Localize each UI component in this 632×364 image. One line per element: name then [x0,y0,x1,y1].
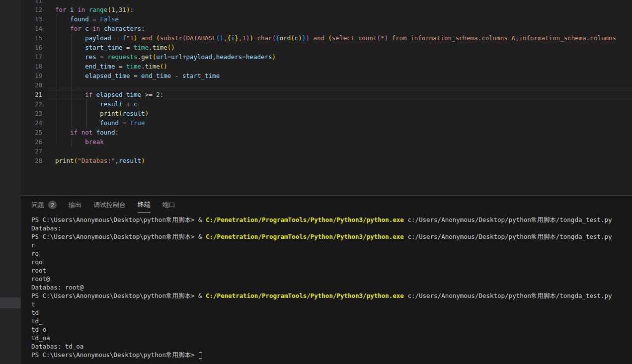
tab-output[interactable]: 输出 [69,200,81,213]
code-line-content: found = False [48,14,632,24]
text-segment: = [89,15,100,23]
text-segment: for [70,25,85,32]
text-segment: result [122,110,145,117]
text-segment: 2 [156,91,160,98]
code-line[interactable]: 16 start_time = time.time() [21,43,632,52]
text-segment: c [134,100,138,108]
text-segment [55,110,100,117]
sidebar-selected-row[interactable] [0,297,21,308]
text-segment: () [167,44,175,51]
text-segment: ( [291,34,295,42]
text-segment: and [310,34,328,42]
text-segment: . [149,44,153,51]
code-line-content: elapsed_time = end_time - start_time [48,71,632,80]
text-segment: headers [246,53,272,61]
code-line[interactable]: 24 found = True [21,118,632,128]
line-number: 12 [21,5,42,14]
code-line[interactable]: 21 if elapsed_time >= 2: [21,90,632,99]
terminal-line: t [31,300,632,308]
indent-guide [72,99,72,109]
text-segment [55,119,100,127]
code-line[interactable]: 19 elapsed_time = end_time - start_time [21,71,632,80]
text-segment: = [122,44,134,51]
tab-terminal[interactable]: 终端 [138,200,151,213]
text-segment [55,129,70,136]
text-segment: : [130,6,134,13]
text-segment [100,25,104,32]
text-segment: False [100,15,119,23]
terminal-output[interactable]: PS C:\Users\Anonymous\Desktop\python常用脚本… [31,216,632,364]
line-number: 20 [21,80,42,90]
text-segment [55,25,70,32]
text-segment: requests [107,53,137,61]
text-segment: += [122,100,134,108]
text-segment: ( [377,34,381,42]
line-number: 19 [21,71,42,80]
code-line[interactable]: 25 if not found: [21,128,632,137]
indent-guide [57,43,57,52]
text-segment: start_time [85,44,122,51]
text-segment: c:/Users/Anonymous/Desktop/python常用脚本/to… [404,216,612,223]
code-line[interactable]: 12for i in range(1,31): [21,5,632,14]
indent-guide [57,109,57,118]
code-line-content [48,146,632,156]
terminal-line: roo [31,258,632,266]
line-number: 28 [21,156,42,165]
terminal-line: root [31,266,632,275]
code-line[interactable]: 18 end_time = time.time() [21,62,632,71]
code-line[interactable]: 22 result +=c [21,99,632,109]
code-line[interactable]: 20 [21,80,632,90]
code-line[interactable]: 15 payload = f"1) and (substr(DATABASE()… [21,33,632,43]
text-segment: print [55,157,74,164]
text-segment: c:/Users/Anonymous/Desktop/python常用脚本/to… [404,233,612,240]
text-segment: for [55,6,70,13]
tab-problems[interactable]: 问题2 [31,200,57,213]
code-line[interactable]: 13 found = False [21,14,632,24]
code-line[interactable]: 27 [21,146,632,156]
text-segment: PS C:\Users\Anonymous\Desktop\python常用脚本… [31,351,198,359]
text-segment: , [212,53,216,61]
text-segment: = [115,63,126,70]
text-segment: get [141,53,153,61]
text-segment: C:/Penetration/ProgramTools/Python/Pytho… [206,233,404,240]
code-line[interactable]: 14 for c in characters: [21,24,632,33]
text-segment: if [85,91,96,98]
line-number: 17 [21,52,42,62]
text-segment: elapsed_time [96,91,141,98]
terminal-line: PS C:\Users\Anonymous\Desktop\python常用脚本… [31,351,632,359]
text-segment: characters [104,25,141,32]
text-segment: r [31,241,35,249]
code-line[interactable]: 23 print(result) [21,109,632,118]
text-segment: ) [126,6,130,13]
line-number: 16 [21,43,42,52]
text-segment: res [85,53,96,61]
indent-guide [86,99,87,109]
code-line-content: res = requests.get(url=url+payload,heade… [48,52,632,62]
text-segment: end_time [85,63,115,70]
bottom-panel: 问题2输出调试控制台终端端口 PS C:\Users\Anonymous\Des… [21,195,632,364]
text-segment: result [119,157,141,164]
code-line[interactable]: 28print("Databas:",result) [21,156,632,165]
text-segment: ro [31,250,39,257]
code-line-content: print("Databas:",result) [48,156,632,165]
terminal-line: td_ [31,317,632,325]
text-segment [55,53,85,61]
code-line[interactable]: 11 [21,0,632,5]
tab-ports[interactable]: 端口 [162,200,175,213]
text-segment: - [171,72,182,79]
line-number: 13 [21,14,42,24]
code-editor[interactable]: 1112for i in range(1,31):13 found = Fals… [21,0,632,196]
code-line[interactable]: 17 res = requests.get(url=url+payload,he… [21,52,632,62]
text-segment: td_o [31,326,46,333]
text-segment [55,138,85,146]
code-line[interactable]: 26 break [21,137,632,146]
text-segment: C:/Penetration/ProgramTools/Python/Pytho… [206,292,404,299]
text-segment: in [92,25,100,32]
text-segment [85,6,89,13]
tab-label: 端口 [162,201,175,210]
text-segment: = [96,53,108,61]
indent-guide [86,109,87,118]
tab-debug-console[interactable]: 调试控制台 [93,200,126,213]
indent-guide [57,128,57,137]
panel-tab-bar: 问题2输出调试控制台终端端口 [21,196,632,213]
